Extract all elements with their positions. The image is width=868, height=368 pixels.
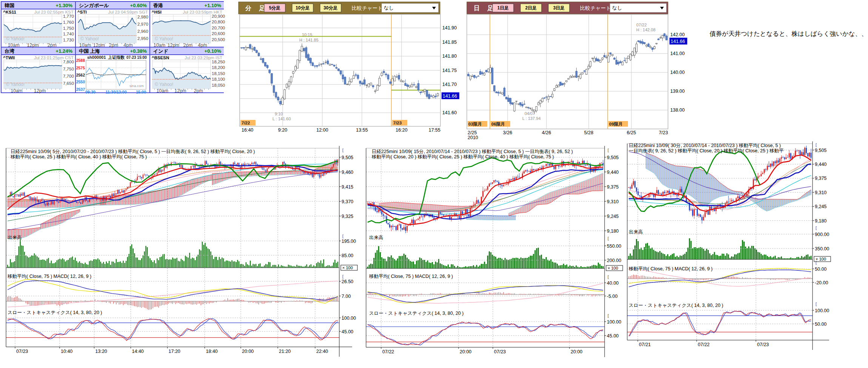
svg-text:10am: 10am xyxy=(11,88,22,94)
svg-text:140.00: 140.00 xyxy=(670,70,685,75)
svg-text:12pm: 12pm xyxy=(34,88,46,94)
svg-text:^HSI: ^HSI xyxy=(152,10,162,14)
svg-text:20:00: 20:00 xyxy=(242,349,254,354)
svg-text:中国 上海: 中国 上海 xyxy=(79,48,100,54)
svg-text:移動平均( Close, 75 ) MACD( 12,: 移動平均( Close, 75 ) MACD( 12, 26, 9 ) xyxy=(8,274,91,279)
svg-text:550.00: 550.00 xyxy=(607,244,621,249)
svg-text:85.00: 85.00 xyxy=(342,253,353,258)
svg-text:06限月: 06限月 xyxy=(491,122,505,126)
svg-text:6/25: 6/25 xyxy=(627,130,636,135)
svg-text:H : 141.85: H : 141.85 xyxy=(299,38,319,42)
svg-text:5/28: 5/28 xyxy=(584,130,593,135)
svg-text:10am: 10am xyxy=(8,43,20,48)
svg-text:1日足: 1日足 xyxy=(497,5,509,11)
svg-text:7,800: 7,800 xyxy=(63,60,74,64)
svg-text:[: [ xyxy=(816,143,817,147)
svg-text:900.00: 900.00 xyxy=(815,232,829,237)
svg-text:+0.10%: +0.10% xyxy=(205,48,222,54)
svg-text:13:55: 13:55 xyxy=(356,127,368,133)
svg-text:9,310: 9,310 xyxy=(815,190,826,195)
svg-text:9,310: 9,310 xyxy=(607,199,619,204)
svg-text:sh000001: sh000001 xyxy=(87,55,106,60)
svg-text:07/22: 07/22 xyxy=(382,349,394,354)
svg-text:2562: 2562 xyxy=(76,73,85,77)
svg-text:7/23: 7/23 xyxy=(659,130,668,135)
svg-text:3/26: 3/26 xyxy=(503,130,512,135)
svg-text:出来高: 出来高 xyxy=(8,235,22,240)
svg-text:4pm: 4pm xyxy=(123,43,132,48)
svg-text:[: [ xyxy=(816,260,817,265)
svg-text:12:00: 12:00 xyxy=(316,127,328,133)
svg-text:+1.24%: +1.24% xyxy=(56,48,73,54)
svg-text:出来高: 出来高 xyxy=(629,229,643,235)
svg-text:© Yahoo!: © Yahoo! xyxy=(6,82,25,87)
svg-text:9,415: 9,415 xyxy=(342,184,353,190)
svg-text:Jul 23 04:59pm SGT: Jul 23 04:59pm SGT xyxy=(108,10,148,14)
svg-text:スロー・ストキャスティクス( 14, 3, 80, 20 ): スロー・ストキャスティクス( 14, 3, 80, 20 ) xyxy=(629,303,723,308)
svg-text:2,980: 2,980 xyxy=(137,15,148,19)
svg-text:2,970: 2,970 xyxy=(137,22,148,26)
svg-text:141.66: 141.66 xyxy=(671,39,685,44)
svg-text:+0.38%: +0.38% xyxy=(130,48,147,54)
svg-text:45.00: 45.00 xyxy=(607,333,619,339)
svg-text:141.75: 141.75 xyxy=(442,68,457,73)
svg-text:07/23: 07/23 xyxy=(494,349,506,354)
svg-text:141.00: 141.00 xyxy=(670,51,685,56)
svg-text:100.00: 100.00 xyxy=(607,319,621,325)
svg-text:移動平均( Close, 75 ) MACD( 12,: 移動平均( Close, 75 ) MACD( 12, 26, 9 ) xyxy=(369,274,453,279)
svg-text:× 100: × 100 xyxy=(342,265,353,270)
svg-text:移動平均( Close, 25 ) 移動平均( Clo: 移動平均( Close, 25 ) 移動平均( Close, 40 ) 移動平均… xyxy=(11,154,147,159)
svg-text:20,800: 20,800 xyxy=(212,20,225,24)
svg-text:04/07: 04/07 xyxy=(525,111,535,116)
svg-text:18,050: 18,050 xyxy=(212,83,225,87)
svg-text:シンガポール: シンガポール xyxy=(79,3,109,8)
svg-text:7/23: 7/23 xyxy=(393,121,402,125)
svg-text:26.50: 26.50 xyxy=(342,279,353,284)
svg-text:07-23 15:00: 07-23 15:00 xyxy=(126,55,147,60)
svg-text:9,505: 9,505 xyxy=(342,155,353,160)
svg-text:sina.com: sina.com xyxy=(129,84,144,88)
svg-text:9,505: 9,505 xyxy=(607,155,619,160)
svg-text:100.00: 100.00 xyxy=(342,316,356,321)
svg-text:[: [ xyxy=(342,315,343,319)
svg-text:20:00: 20:00 xyxy=(460,349,471,354)
svg-text:9,505: 9,505 xyxy=(815,148,826,153)
svg-text:香港: 香港 xyxy=(153,3,163,8)
svg-text:141.70: 141.70 xyxy=(442,82,457,87)
svg-text:韓国: 韓国 xyxy=(5,3,14,8)
svg-text:100.00: 100.00 xyxy=(815,308,829,313)
svg-text:9:10: 9:10 xyxy=(275,112,283,116)
svg-text:1,750: 1,750 xyxy=(63,26,74,31)
svg-text:[: [ xyxy=(342,148,343,152)
svg-text:-5.00: -5.00 xyxy=(607,294,618,299)
svg-text:2pm: 2pm xyxy=(48,43,57,48)
svg-text:07/23: 07/23 xyxy=(757,342,769,347)
svg-text:15:00: 15:00 xyxy=(136,90,146,94)
svg-text:21:20: 21:20 xyxy=(279,349,291,354)
svg-text:債券が天井つけたとなると、株はしばらく強いかな、、: 債券が天井つけたとなると、株はしばらく強いかな、、 xyxy=(709,30,868,37)
svg-text:^STI: ^STI xyxy=(77,10,87,14)
svg-text:12pm: 12pm xyxy=(174,88,186,94)
svg-text:10分足: 10分足 xyxy=(295,5,309,11)
svg-text:2575: 2575 xyxy=(76,66,85,70)
svg-text:一目均衡表( 9, 26, 52 ) 移動平均( Cl: 一目均衡表( 9, 26, 52 ) 移動平均( Close, 20 ) 移動平… xyxy=(629,148,784,153)
svg-text:9,460: 9,460 xyxy=(342,170,353,175)
svg-text:20:00: 20:00 xyxy=(571,349,582,354)
svg-text:移動平均( Close, 75 ) MACD( 12,: 移動平均( Close, 75 ) MACD( 12, 26, 9 ) xyxy=(629,266,713,271)
svg-text:2,950: 2,950 xyxy=(137,36,148,41)
svg-text:17:55: 17:55 xyxy=(429,127,440,133)
svg-text:^TWII: ^TWII xyxy=(3,55,15,60)
svg-text:2/25: 2/25 xyxy=(468,130,477,135)
svg-text:© Yahoo!: © Yahoo! xyxy=(80,36,99,41)
svg-text:7/22: 7/22 xyxy=(242,121,250,125)
svg-text:07/21: 07/21 xyxy=(639,342,651,347)
svg-text:141.85: 141.85 xyxy=(442,40,457,45)
svg-text:3日足: 3日足 xyxy=(553,5,565,11)
svg-text:× 100: × 100 xyxy=(608,266,618,270)
svg-text:138.00: 138.00 xyxy=(670,107,685,113)
svg-text:日経225mini 10/09( 15分, 2010/07/: 日経225mini 10/09( 15分, 2010/07/14 - 2010/… xyxy=(372,149,573,154)
svg-text:9,180: 9,180 xyxy=(815,218,826,224)
svg-text:09限月: 09限月 xyxy=(609,122,623,126)
svg-text:移動平均( Close, 20 ) 移動平均( Clo: 移動平均( Close, 20 ) 移動平均( Close, 25 ) 移動平均… xyxy=(372,154,554,159)
svg-text:スロー・ストキャスティクス( 14, 3, 80, 20 ): スロー・ストキャスティクス( 14, 3, 80, 20 ) xyxy=(369,311,464,316)
